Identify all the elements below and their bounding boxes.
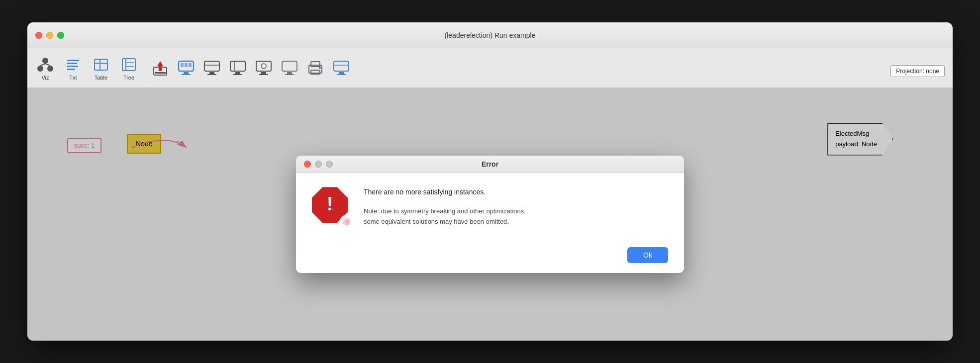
svg-rect-23 [181,63,184,67]
txt-label: Txt [69,75,77,81]
svg-rect-47 [337,74,346,75]
modal-text-area: There are no more satisfying instances. … [364,187,668,227]
svg-marker-16 [157,61,163,66]
main-content: succ: 1 Node su ElectedMsg payload: Node [27,88,953,341]
viz-icon [36,56,54,74]
traffic-lights [35,32,64,39]
svg-rect-29 [207,74,216,75]
monitor-icon-3 [228,58,248,78]
svg-rect-26 [204,61,219,71]
svg-line-3 [40,64,45,66]
main-window: (leaderelection) Run example Viz [27,22,953,341]
toolbar-divider-1 [145,56,145,81]
svg-rect-36 [261,72,266,74]
monitor-icon-5 [280,58,299,78]
svg-point-0 [42,58,48,64]
toolbar-tree[interactable]: Tree [115,53,143,84]
close-button[interactable] [35,32,42,39]
toolbar: Viz Txt Table [27,48,953,88]
svg-rect-45 [334,61,349,71]
toolbar-btn3[interactable] [225,56,251,81]
download-icon [150,58,170,78]
tree-icon [120,56,138,74]
modal-icon-area: ! ⚠ [312,187,352,227]
monitor-icon-2 [202,58,222,78]
modal-maximize-button[interactable] [326,161,333,168]
stop-sign-exclamation: ! [327,193,333,215]
svg-rect-22 [182,74,191,75]
table-label: Table [95,75,107,81]
maximize-button[interactable] [57,32,64,39]
svg-rect-12 [122,59,135,71]
svg-rect-33 [233,74,242,75]
svg-rect-30 [230,61,245,71]
svg-point-44 [319,67,321,69]
svg-rect-7 [67,66,78,67]
modal-overlay: Error ! ⚠ [27,88,953,341]
svg-rect-39 [287,72,292,74]
svg-rect-38 [282,61,297,71]
modal-titlebar: Error [296,156,684,173]
modal-footer: Ok [296,241,684,273]
toolbar-btn5[interactable] [277,56,302,81]
svg-rect-8 [67,69,75,70]
toolbar-btn6[interactable] [302,56,328,81]
toolbar-download[interactable] [147,56,173,81]
svg-rect-40 [285,74,294,75]
svg-rect-28 [209,72,214,74]
monitor-icon-1 [176,58,196,78]
modal-primary-message: There are no more satisfying instances. [364,187,668,197]
error-badge: ⚠ [340,215,354,229]
modal-body: ! ⚠ There are no more satisfying instanc… [296,173,684,241]
toolbar-btn2[interactable] [199,56,225,81]
printer-icon [305,58,325,78]
svg-rect-42 [311,62,320,67]
toolbar-viz[interactable]: Viz [31,53,59,84]
toolbar-btn7[interactable] [328,56,354,81]
svg-rect-37 [259,74,268,75]
title-bar: (leaderelection) Run example [27,22,953,48]
modal-close-button[interactable] [304,161,311,168]
table-icon [92,56,110,74]
error-dialog: Error ! ⚠ [296,156,684,273]
svg-rect-9 [95,59,107,70]
window-title: (leaderelection) Run example [445,31,536,39]
svg-rect-25 [189,63,192,67]
txt-icon [64,56,82,74]
svg-rect-32 [235,72,240,74]
svg-point-2 [47,66,53,72]
toolbar-btn4[interactable] [251,56,277,81]
ok-button[interactable]: Ok [627,247,668,263]
svg-point-35 [261,64,266,69]
svg-text:⚠: ⚠ [344,219,350,226]
svg-rect-21 [184,72,189,74]
monitor-icon-4 [254,58,274,78]
svg-rect-34 [256,61,271,71]
svg-rect-18 [155,72,166,74]
projection-badge[interactable]: Projection: none [890,65,945,77]
toolbar-txt[interactable]: Txt [59,53,87,84]
viz-label: Viz [41,75,49,81]
modal-title: Error [482,160,498,168]
svg-rect-24 [185,63,188,67]
toolbar-table[interactable]: Table [87,53,115,84]
svg-rect-6 [67,63,77,64]
svg-rect-5 [67,60,79,61]
monitor-icon-6 [331,58,351,78]
svg-rect-46 [339,72,344,74]
modal-secondary-message: Note: due to symmetry breaking and other… [364,206,668,227]
toolbar-btn1[interactable] [173,56,199,81]
modal-minimize-button[interactable] [315,161,322,168]
tree-label: Tree [123,75,134,81]
modal-traffic-lights [304,161,333,168]
svg-line-4 [45,64,50,66]
minimize-button[interactable] [46,32,53,39]
svg-point-1 [37,66,43,72]
